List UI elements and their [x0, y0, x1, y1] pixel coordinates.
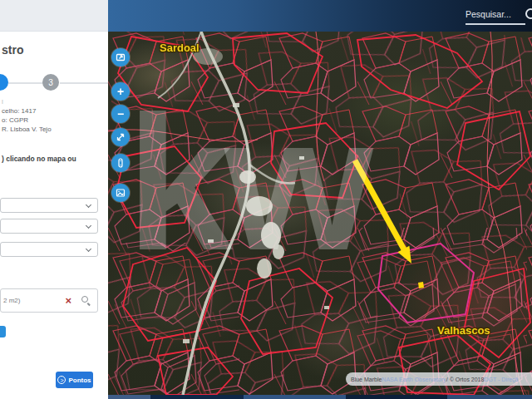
info-line: R. Lisboa V. Tejo [2, 125, 52, 134]
chevron-down-icon [86, 202, 91, 208]
export-image-icon[interactable] [111, 48, 130, 66]
highlighted-plot-marker [418, 282, 424, 288]
street-view-icon[interactable] [111, 154, 130, 172]
attribution-link-dgt[interactable]: DGT - Direçã [484, 377, 518, 382]
dropdown-2[interactable] [0, 219, 98, 234]
pontos-button[interactable]: > Pontos [56, 372, 93, 388]
chevron-down-icon [86, 223, 91, 229]
dropdown-3[interactable] [0, 242, 98, 257]
map-search-input[interactable]: Pesquisar... [466, 7, 525, 25]
info-line: celho: 1417 [2, 106, 52, 116]
clear-icon[interactable]: × [65, 294, 71, 307]
parcel-info: l celho: 1417 o: CGPR R. Lisboa V. Tejo [2, 97, 52, 134]
truncated-button[interactable] [0, 326, 6, 337]
dropdown-1[interactable] [0, 198, 98, 213]
instruction-text: ) clicando no mapa ou [2, 155, 76, 163]
step-connector [60, 82, 108, 84]
area-value: 2 m2) [3, 297, 65, 304]
pontos-label: Pontos [68, 377, 91, 384]
attribution-text: / © Ortos 2018 [446, 377, 485, 382]
app-window: stro 3 l celho: 1417 o: CGPR R. Lisboa V… [0, 0, 532, 399]
sidebar-header-strip [0, 0, 108, 32]
place-label-sardoal: Sardoal [160, 42, 200, 54]
zoom-in-icon[interactable]: + [111, 82, 130, 101]
bottom-bar [108, 395, 532, 399]
step-connector [8, 82, 43, 84]
info-line: o: CGPR [2, 116, 52, 125]
attribution-link-nasa[interactable]: NASA Earth Observatory [382, 377, 446, 382]
photo-icon[interactable] [111, 184, 130, 202]
search-icon[interactable] [81, 296, 91, 305]
parcel-overlay [108, 32, 532, 395]
attribution-text: Blue Marble [351, 377, 382, 382]
step-3-badge: 3 [42, 74, 59, 91]
info-line: l [2, 97, 52, 106]
step-indicator: 3 [0, 73, 108, 93]
measure-icon[interactable] [111, 128, 130, 146]
search-icon[interactable] [525, 8, 532, 20]
satellite-map[interactable]: kw Sardoal Valhascos + − [108, 32, 532, 395]
chevron-right-icon: > [57, 376, 66, 384]
place-label-valhascos: Valhascos [437, 324, 490, 337]
area-search-field[interactable]: 2 m2) × [0, 288, 98, 313]
sidebar-panel: stro 3 l celho: 1417 o: CGPR R. Lisboa V… [0, 0, 108, 399]
step-current-badge [0, 74, 8, 91]
map-area: Pesquisar... [108, 0, 532, 399]
zoom-out-icon[interactable]: − [111, 105, 130, 123]
chevron-down-icon [86, 246, 91, 252]
search-placeholder: Pesquisar... [466, 7, 525, 19]
map-topbar: Pesquisar... [108, 0, 532, 32]
map-attribution: Blue Marble NASA Earth Observatory / © O… [346, 372, 532, 386]
panel-title: stro [2, 43, 23, 57]
